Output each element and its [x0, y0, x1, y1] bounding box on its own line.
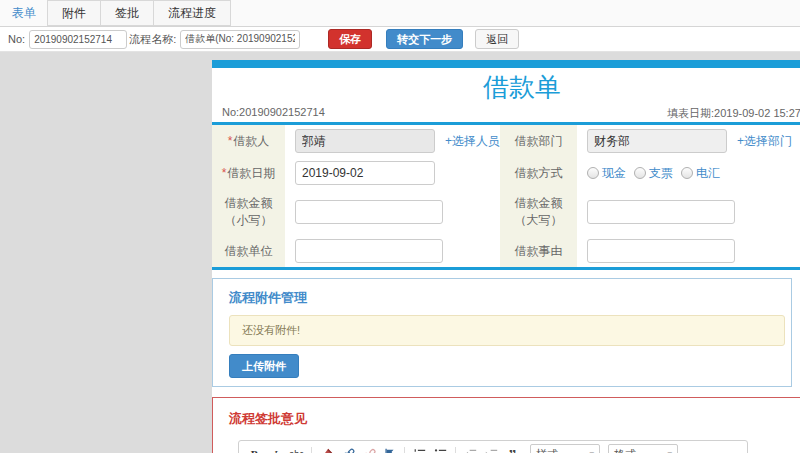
radio-cheque[interactable]: 支票 — [634, 165, 673, 182]
no-input[interactable] — [29, 30, 127, 49]
page-title: 借款单 — [212, 72, 800, 102]
attachments-heading: 流程附件管理 — [229, 289, 785, 307]
loan-unit-label: 借款单位 — [212, 235, 285, 267]
indent-icon[interactable] — [482, 445, 501, 453]
styles-dropdown[interactable]: 样式▾ — [530, 444, 600, 453]
amount-lower-input[interactable] — [295, 200, 443, 224]
forward-next-button[interactable]: 转交下一步 — [386, 29, 463, 49]
save-button[interactable]: 保存 — [328, 29, 372, 49]
borrower-label: *借款人 — [212, 125, 285, 157]
italic-icon[interactable]: I — [266, 445, 285, 453]
radio-icon — [587, 167, 599, 179]
chevron-down-icon: ▾ — [589, 449, 594, 453]
bold-icon[interactable]: B — [245, 445, 264, 453]
tab-form[interactable]: 表单 — [0, 0, 48, 26]
amount-upper-label: 借款金额（大写） — [500, 189, 577, 235]
toolbar-separator — [311, 447, 312, 453]
format-dropdown[interactable]: 格式▾ — [608, 444, 678, 453]
tab-bar: 表单 附件 签批 流程进度 — [0, 0, 800, 27]
doc-fill-date: 填表日期:2019-09-02 15:27:1 — [667, 106, 800, 121]
upload-attachment-button[interactable]: 上传附件 — [229, 354, 299, 378]
action-bar: No: 流程名称: 保存 转交下一步 返回 — [0, 27, 800, 52]
chevron-down-icon: ▾ — [667, 449, 672, 453]
loan-date-input[interactable] — [295, 161, 435, 185]
loan-form-table: *借款人 +选择人员 借款部门 +选择部门 *借款日期 借款方式 现金 支票 电… — [212, 122, 800, 270]
amount-lower-label: 借款金额（小写） — [212, 189, 285, 235]
department-input[interactable] — [587, 129, 727, 153]
flow-name-label: 流程名称: — [129, 32, 176, 47]
tab-attachments[interactable]: 附件 — [47, 0, 101, 26]
doc-meta-row: No:20190902152714 填表日期:2019-09-02 15:27:… — [212, 104, 800, 122]
loan-method-label: 借款方式 — [500, 157, 577, 189]
outdent-icon[interactable] — [461, 445, 480, 453]
select-department-link[interactable]: +选择部门 — [737, 133, 792, 150]
no-attachments-alert: 还没有附件! — [229, 315, 785, 346]
loan-method-radio-group: 现金 支票 电汇 — [587, 165, 720, 182]
loan-date-label: *借款日期 — [212, 157, 285, 189]
tab-flow-progress[interactable]: 流程进度 — [153, 0, 231, 26]
loan-unit-input[interactable] — [295, 239, 443, 263]
unlink-icon[interactable] — [359, 445, 378, 453]
toolbar-separator — [404, 447, 405, 453]
rich-text-editor: B I abc — [238, 440, 748, 453]
flag-anchor-icon[interactable] — [380, 445, 399, 453]
strikethrough-icon[interactable]: abc — [287, 445, 306, 453]
approval-panel: 流程签批意见 B I abc — [212, 397, 800, 453]
no-label: No: — [8, 33, 25, 45]
radio-cash[interactable]: 现金 — [587, 165, 626, 182]
approval-heading: 流程签批意见 — [229, 410, 800, 428]
editor-toolbar: B I abc — [239, 441, 747, 453]
back-button[interactable]: 返回 — [475, 29, 519, 49]
panel-accent-bar — [212, 60, 800, 68]
copy-formatting-icon[interactable] — [317, 445, 336, 453]
link-icon[interactable] — [338, 445, 357, 453]
radio-icon — [681, 167, 693, 179]
borrower-input[interactable] — [295, 129, 435, 153]
toolbar-separator — [455, 447, 456, 453]
radio-wire[interactable]: 电汇 — [681, 165, 720, 182]
department-label: 借款部门 — [500, 125, 577, 157]
ordered-list-icon[interactable] — [410, 445, 429, 453]
loan-reason-label: 借款事由 — [500, 235, 577, 267]
flow-name-input[interactable] — [180, 30, 300, 49]
amount-upper-input[interactable] — [587, 200, 735, 224]
unordered-list-icon[interactable] — [431, 445, 450, 453]
attachments-panel: 流程附件管理 还没有附件! 上传附件 — [212, 278, 792, 387]
loan-form-panel: 借款单 No:20190902152714 填表日期:2019-09-02 15… — [212, 60, 800, 453]
doc-number: No:20190902152714 — [222, 106, 325, 118]
radio-icon — [634, 167, 646, 179]
select-person-link[interactable]: +选择人员 — [445, 133, 500, 150]
loan-reason-input[interactable] — [587, 239, 735, 263]
tab-approvals[interactable]: 签批 — [100, 0, 154, 26]
blockquote-icon[interactable]: ” — [503, 445, 522, 453]
